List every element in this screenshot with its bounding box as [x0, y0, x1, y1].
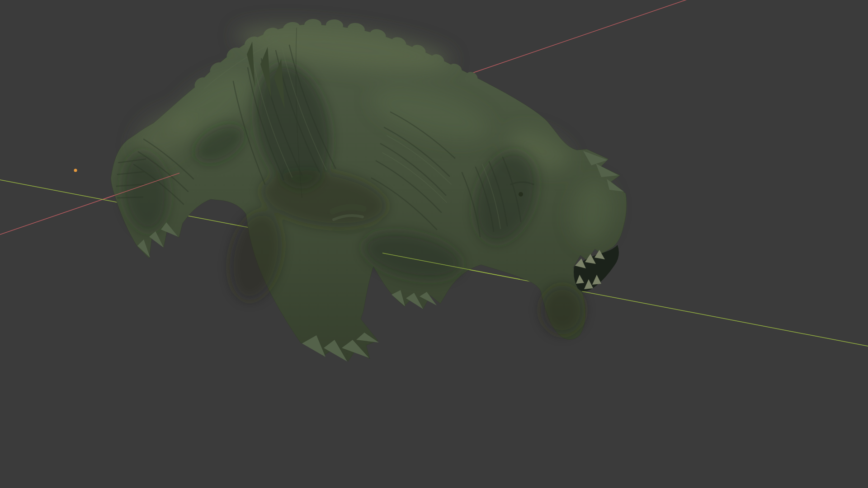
origin-dot [74, 169, 77, 172]
viewport-3d[interactable] [0, 0, 868, 488]
creature-eye [519, 192, 523, 197]
viewport-canvas[interactable] [0, 0, 868, 488]
